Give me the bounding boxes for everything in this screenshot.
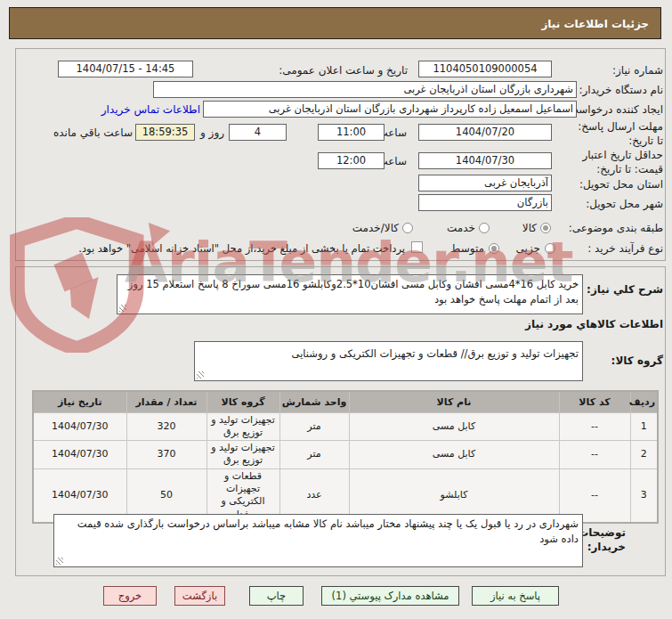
process-type-label: نوع فرآیند خرید : (587, 242, 663, 255)
process-option-minor-label: جزیی (516, 242, 540, 255)
delivery-province-label: استان محل تحویل: (579, 178, 663, 191)
request-creator-label: ایجاد کننده درخواست: (564, 103, 663, 116)
price-validity-time-input[interactable]: 12:00 (318, 152, 385, 169)
exit-button[interactable]: خروج (103, 586, 157, 606)
announce-datetime-input[interactable]: 1404/07/15 - 14:45 (58, 61, 193, 77)
cell-item-name: کابل مسی (349, 412, 559, 441)
classification-label: طبقه بندی موضوعی: (569, 222, 663, 234)
countdown-timer: 18:59:35 (135, 124, 195, 141)
resize-grip-icon (56, 558, 63, 565)
cell-quantity: 370 (126, 441, 206, 469)
price-validity-label: حداقل تاریخ اعتبار قیمت: تا تاریخ: (574, 149, 663, 176)
col-header-item-code: کد کالا (559, 391, 630, 412)
price-validity-date-input[interactable]: 1404/07/30 (418, 152, 552, 169)
reply-deadline-date-input[interactable]: 1404/07/20 (418, 124, 552, 141)
cell-row-number: 2 (630, 441, 658, 469)
days-remaining-input[interactable]: 4 (229, 124, 287, 141)
col-header-need-date: تاریخ نیاز (33, 391, 126, 412)
goods-table: ردیف کد کالا نام کالا واحد شمارش گروه کا… (32, 390, 659, 524)
buyer-notes-label-line1: توضیحات (578, 525, 626, 540)
col-header-unit: واحد شمارش (279, 391, 349, 412)
col-header-item-group: گروه کالا (206, 391, 279, 412)
need-description-label: شرح کلي نیاز: (587, 283, 663, 296)
treasury-payment-note: پرداخت تمام یا بخشی از مبلغ خرید،از محل … (78, 242, 405, 255)
goods-table-header-row: ردیف کد کالا نام کالا واحد شمارش گروه کا… (33, 391, 658, 412)
classification-radio-goods[interactable] (540, 223, 551, 233)
classification-radio-goods-service[interactable] (402, 223, 413, 233)
table-row: 1 -- کابل مسی متر تجهیزات تولید و توزیع … (33, 412, 658, 441)
buyer-org-label: نام دستگاه خریدار: (579, 84, 664, 96)
table-row: 2 -- کابل مسی متر تجهیزات تولید و توزیع … (33, 441, 658, 469)
col-header-row-number: ردیف (630, 391, 658, 412)
reply-deadline-label: مهلت ارسال پاسخ: تا تاریخ: (574, 120, 663, 148)
classification-option-goods-service-label: کالا/خدمت (352, 222, 399, 234)
col-header-item-name: نام کالا (349, 391, 559, 412)
cell-item-name: کابل مسی (349, 441, 559, 469)
cell-item-code: -- (559, 412, 630, 441)
goods-group-textarea[interactable]: تجهیزات تولید و توزیع برق// قطعات و تجهی… (194, 341, 583, 381)
buyer-notes-label-line2: خریدار: (578, 540, 626, 554)
page-title: جزئیات اطلاعات نیاز (9, 7, 661, 39)
goods-group-label: گروه کالا: (611, 354, 663, 367)
classification-radio-service[interactable] (479, 223, 490, 233)
announce-datetime-label: تاریخ و ساعت اعلان عمومی: (279, 64, 408, 77)
cell-item-group: تجهیزات تولید و توزیع برق (206, 412, 279, 441)
cell-item-code: -- (559, 441, 630, 469)
goods-section-header: اطلاعات کالاهاي مورد نیاز (525, 318, 663, 330)
resize-grip-icon (197, 371, 204, 379)
cell-need-date: 1404/07/30 (33, 441, 126, 469)
treasury-payment-checkbox[interactable] (411, 241, 423, 253)
cell-item-group: تجهیزات تولید و توزیع برق (206, 441, 279, 469)
print-button[interactable]: چاپ (249, 586, 304, 606)
buyer-notes-label: توضیحات خریدار: (578, 525, 626, 554)
need-number-input[interactable]: 1104050109000054 (418, 61, 552, 77)
resize-grip-icon (119, 305, 126, 312)
days-and-label: روز و (200, 126, 224, 139)
cell-unit: متر (279, 412, 349, 441)
buyer-notes-textarea[interactable]: شهرداری در رد یا قبول یک یا چند پیشنهاد … (53, 514, 583, 567)
hours-remaining-label: ساعت باقي مانده (53, 126, 133, 139)
cell-unit: متر (279, 441, 349, 469)
buyer-contact-link[interactable]: اطلاعات تماس خریدار (101, 103, 200, 116)
back-button[interactable]: بازگشت (174, 586, 225, 606)
cell-need-date: 1404/07/30 (33, 412, 126, 441)
reply-deadline-time-input[interactable]: 11:00 (318, 124, 385, 141)
reply-to-need-button[interactable]: پاسخ به نیاز (472, 586, 559, 606)
process-radio-medium[interactable] (489, 243, 499, 254)
classification-option-service-label: خدمت (447, 222, 475, 234)
need-details-page: جزئیات اطلاعات نیاز شماره نیاز: 11040501… (0, 0, 672, 619)
col-header-quantity: تعداد / مقدار (126, 391, 206, 412)
view-attached-docs-button[interactable]: مشاهده مدارک پیوستي (1) (321, 586, 459, 606)
cell-row-number: 3 (630, 468, 658, 523)
process-radio-minor[interactable] (545, 243, 555, 254)
cell-row-number: 1 (630, 412, 658, 441)
need-description-textarea[interactable]: خرید کابل 16*4مسی افشان وکابل مسی افشان1… (117, 274, 583, 314)
need-number-label: شماره نیاز: (612, 64, 663, 77)
delivery-province-input[interactable]: آذربایجان غربی (418, 175, 552, 191)
process-option-medium-label: متوسط (450, 242, 484, 255)
delivery-city-input[interactable]: بازرگان (418, 194, 552, 211)
request-creator-input[interactable]: اسماعیل اسمعیل زاده کارپرداز شهرداری باز… (203, 101, 577, 118)
delivery-city-label: شهر محل تحویل: (586, 198, 663, 210)
buyer-org-input[interactable]: شهرداری بازرگان استان اذربایجان غربی (153, 81, 577, 98)
cell-quantity: 320 (126, 412, 206, 441)
classification-option-goods-label: کالا (522, 222, 537, 234)
